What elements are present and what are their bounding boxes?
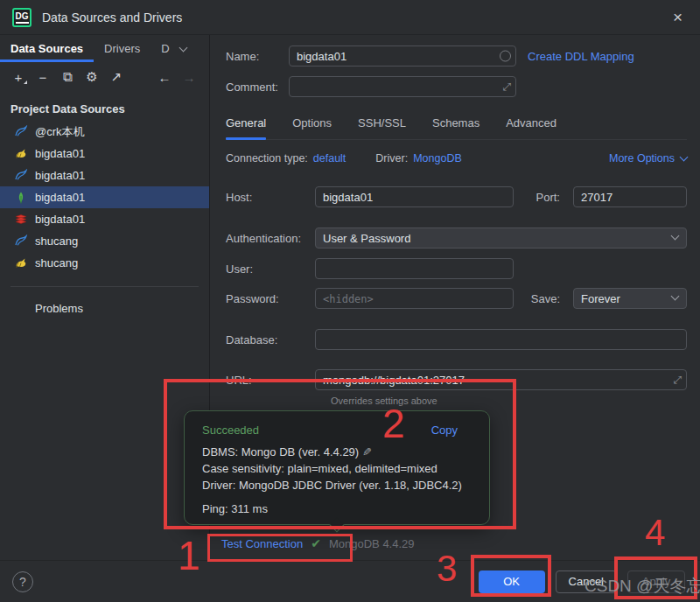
datagrip-logo-icon: DG — [12, 8, 32, 27]
close-icon[interactable]: × — [668, 7, 688, 27]
tab-drivers[interactable]: Drivers — [94, 35, 150, 62]
project-data-sources-header: Project Data Sources — [0, 92, 209, 121]
password-label: Password: — [226, 292, 315, 305]
comment-input[interactable] — [289, 76, 516, 97]
refresh-circle-icon[interactable] — [500, 51, 511, 62]
datasource-label: bigdata01 — [35, 213, 85, 226]
datasource-label: bigdata01 — [35, 191, 85, 204]
chevron-down-icon — [671, 232, 680, 241]
db-version-text: MongoDB 4.4.29 — [329, 537, 415, 550]
datasource-label: bigdata01 — [35, 169, 85, 182]
settings-gear-icon[interactable]: ⚙ — [80, 66, 103, 88]
hive-icon — [14, 256, 28, 270]
datasource-item-mysql-shucang[interactable]: shucang — [0, 230, 209, 252]
datasource-label: shucang — [35, 256, 78, 270]
datasource-item-mysql-crk[interactable]: @crk本机 — [0, 121, 209, 143]
duplicate-icon[interactable]: ⧉ — [56, 66, 79, 88]
sidebar-divider — [10, 286, 199, 287]
data-sources-dialog: DG Data Sources and Drivers × Data Sourc… — [0, 0, 700, 602]
name-input[interactable] — [289, 46, 516, 66]
help-icon[interactable]: ? — [12, 571, 33, 592]
url-input[interactable] — [315, 369, 687, 390]
remove-icon[interactable]: − — [32, 66, 54, 88]
port-input[interactable] — [573, 186, 687, 207]
expand-icon[interactable]: ⤢ — [673, 374, 682, 386]
tab-advanced[interactable]: Advanced — [506, 116, 556, 139]
database-field-wrap — [315, 329, 687, 350]
port-label: Port: — [536, 191, 560, 204]
sidebar-tabs: Data Sources Drivers D — [0, 35, 209, 62]
copy-link[interactable]: Copy — [431, 424, 458, 437]
status-succeeded: Succeeded — [202, 424, 259, 437]
host-field-wrap — [315, 186, 514, 207]
host-input[interactable] — [315, 186, 514, 207]
ok-button[interactable]: OK — [479, 570, 545, 593]
name-field-wrap — [289, 46, 516, 66]
redis-icon — [14, 213, 28, 227]
save-select[interactable]: Forever — [573, 288, 687, 309]
cancel-button[interactable]: Cancel — [556, 570, 617, 593]
more-options-link[interactable]: More Options — [609, 152, 687, 164]
connection-type-label: Connection type: — [226, 152, 308, 164]
user-label: User: — [226, 262, 315, 276]
expand-icon[interactable]: ⤢ — [502, 80, 511, 93]
create-ddl-mapping-link[interactable]: Create DDL Mapping — [528, 50, 634, 63]
password-field-wrap — [315, 288, 514, 309]
apply-button: Apply — [627, 570, 685, 593]
datasource-label: bigdata01 — [35, 147, 85, 160]
connection-type-value[interactable]: default — [313, 152, 346, 164]
title-bar: DG Data Sources and Drivers × — [0, 0, 700, 35]
tab-options[interactable]: Options — [292, 116, 332, 139]
forward-arrow-icon: → — [178, 66, 200, 88]
url-field-wrap: ⤢ — [315, 369, 687, 390]
host-label: Host: — [226, 191, 315, 204]
datasource-item-mongodb-selected[interactable]: bigdata01 — [0, 186, 209, 208]
datasource-label: shucang — [35, 234, 78, 248]
tab-data-sources[interactable]: Data Sources — [0, 35, 94, 62]
mongodb-icon — [14, 191, 28, 205]
dialog-footer: ? OK Cancel Apply — [0, 560, 700, 602]
mysql-icon — [14, 125, 28, 139]
datasource-label: @crk本机 — [35, 124, 85, 140]
url-hint: Overrides settings above — [331, 396, 687, 406]
test-connection-link[interactable]: Test Connection — [221, 537, 303, 550]
sidebar: Data Sources Drivers D + − ⧉ ⚙ ↗ ← → Pro… — [0, 35, 210, 560]
chevron-down-icon[interactable] — [178, 43, 187, 52]
database-input[interactable] — [315, 329, 687, 350]
database-label: Database: — [226, 333, 315, 346]
driver-value-link[interactable]: MongoDB — [413, 152, 462, 164]
user-input[interactable] — [315, 258, 514, 279]
port-field-wrap — [573, 186, 687, 207]
name-label: Name: — [226, 50, 289, 63]
back-arrow-icon[interactable]: ← — [153, 66, 176, 88]
problems-item[interactable]: Problems — [0, 298, 209, 319]
authentication-select[interactable]: User & Password — [315, 228, 687, 248]
tab-ddl-truncated[interactable]: D — [150, 35, 179, 62]
datasource-item-hive-shucang[interactable]: shucang — [0, 252, 209, 274]
ping-line: Ping: 311 ms — [202, 502, 472, 515]
chevron-down-icon — [671, 292, 680, 301]
password-input[interactable] — [315, 288, 514, 309]
mysql-icon — [14, 234, 28, 248]
datasource-item-mysql-1[interactable]: bigdata01 — [0, 164, 209, 186]
chevron-down-icon — [680, 153, 689, 162]
case-sensitivity-line: Case sensitivity: plain=mixed, delimited… — [202, 460, 472, 477]
tab-general[interactable]: General — [226, 116, 266, 139]
tab-ssh-ssl[interactable]: SSH/SSL — [358, 116, 406, 139]
comment-label: Comment: — [226, 80, 289, 94]
save-label: Save: — [531, 292, 560, 305]
open-in-new-icon[interactable]: ↗ — [105, 66, 128, 88]
test-result-popup: Succeeded Copy DBMS: Mongo DB (ver. 4.4.… — [184, 410, 490, 525]
datasource-item-redis[interactable]: bigdata01 — [0, 208, 209, 230]
connection-tabs: General Options SSH/SSL Schemas Advanced — [226, 116, 687, 140]
tab-schemas[interactable]: Schemas — [432, 116, 480, 139]
hive-icon — [14, 147, 28, 161]
window-title: Data Sources and Drivers — [42, 10, 182, 24]
edit-pencil-icon[interactable]: ✎ — [362, 444, 372, 460]
datasource-item-hive-1[interactable]: bigdata01 — [0, 143, 209, 164]
add-icon[interactable]: + — [7, 66, 30, 88]
mysql-icon — [14, 169, 28, 183]
user-field-wrap — [315, 258, 514, 279]
driver-line: Driver: MongoDB JDBC Driver (ver. 1.18, … — [202, 477, 472, 494]
comment-field-wrap: ⤢ — [289, 76, 516, 97]
